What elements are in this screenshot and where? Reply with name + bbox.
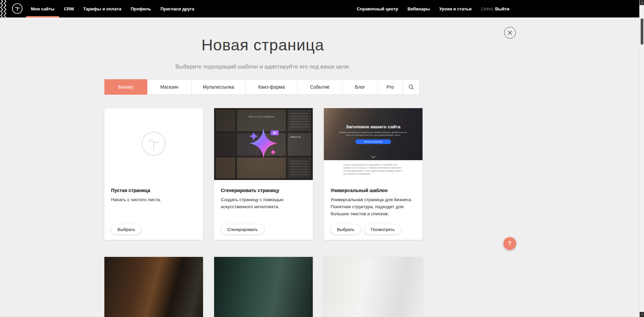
preview-body-text: Коротко представьтесь и расскажите о ком… <box>343 163 403 175</box>
user-name: (John) <box>481 6 493 11</box>
scroll-down-arrow-icon[interactable]: ▼ <box>640 312 644 317</box>
chevron-down-icon <box>371 156 376 158</box>
main-nav: Мои сайты CRM Тарифы и оплата Профиль Пр… <box>26 0 199 17</box>
preview-subheading: Добавьте интересные подробности о вашей … <box>337 131 410 136</box>
tab-quiz[interactable]: Квиз-форма <box>246 79 298 95</box>
page-subtitle: Выберите подходящий шаблон и адаптируйте… <box>0 63 526 70</box>
template-hero-preview: Заголовок вашего сайта Добавьте интересн… <box>324 108 423 160</box>
tab-multilink[interactable]: Мультиссылка <box>192 79 246 95</box>
tab-pro[interactable]: Pro <box>378 79 403 95</box>
help-button[interactable]: ? <box>503 237 516 250</box>
close-icon <box>508 31 512 35</box>
view-template-button[interactable]: Посмотреть <box>364 224 401 234</box>
nav-lessons[interactable]: Уроки и статьи <box>435 0 476 17</box>
card-template-4[interactable] <box>104 257 203 317</box>
card-template-5[interactable] <box>214 257 313 317</box>
nav-profile[interactable]: Профиль <box>126 0 156 17</box>
nav-crm[interactable]: CRM <box>59 0 79 17</box>
preview-cta-button: Призыв к действию <box>355 139 391 144</box>
select-template-button[interactable]: Выбрать <box>331 224 361 234</box>
scrollbar-thumb[interactable] <box>641 18 643 45</box>
scrollbar[interactable]: ▲ ▼ <box>639 0 644 317</box>
card-universal-template[interactable]: Заголовок вашего сайта Добавьте интересн… <box>324 108 423 240</box>
template-4-preview <box>104 257 203 317</box>
card-title: Универсальный шаблон <box>331 188 416 193</box>
card-template-6[interactable] <box>324 257 423 317</box>
nav-webinars[interactable]: Вебинары <box>403 0 435 17</box>
template-body-preview: Коротко представьтесь и расскажите о ком… <box>324 160 423 180</box>
card-description: Начать с чистого листа. <box>111 196 196 203</box>
card-title: Пустая страница <box>111 188 196 193</box>
secondary-nav: Справочный центр Вебинары Уроки и статьи… <box>352 0 514 17</box>
card-title: Сгенерировать страницу <box>221 188 306 193</box>
nav-help-center[interactable]: Справочный центр <box>352 0 403 17</box>
tilda-watermark-icon <box>141 131 166 156</box>
template-5-preview <box>214 257 313 317</box>
tab-event[interactable]: Событие <box>298 79 342 95</box>
template-grid: Пустая страница Начать с чистого листа. … <box>104 108 423 240</box>
generate-button[interactable]: Сгенерировать <box>221 224 264 234</box>
tab-business[interactable]: Бизнес <box>104 79 147 95</box>
select-blank-button[interactable]: Выбрать <box>111 224 141 234</box>
ai-badge: AI <box>270 130 279 135</box>
nav-invite-friend[interactable]: Пригласи друга <box>156 0 199 17</box>
nav-logout[interactable]: (John) Выйти <box>476 0 514 17</box>
top-navbar: Мои сайты CRM Тарифы и оплата Профиль Пр… <box>0 0 644 17</box>
scroll-up-arrow-icon[interactable]: ▲ <box>640 0 644 5</box>
template-grid-row2 <box>104 257 423 317</box>
card-blank-page[interactable]: Пустая страница Начать с чистого листа. … <box>104 108 203 240</box>
nav-tariffs[interactable]: Тарифы и оплата <box>79 0 126 17</box>
tab-shop[interactable]: Магазин <box>147 79 192 95</box>
tilda-logo-icon[interactable] <box>12 3 23 14</box>
screen: Мои сайты CRM Тарифы и оплата Профиль Пр… <box>0 0 644 317</box>
card-description: Универсальная страница для бизнеса. Поня… <box>331 196 416 218</box>
tab-search[interactable] <box>403 79 419 95</box>
tab-blog[interactable]: Блог <box>342 79 378 95</box>
card-ai-generate[interactable]: Title of Your Website About us <box>214 108 313 240</box>
page-title: Новая страница <box>0 36 526 54</box>
nav-my-sites[interactable]: Мои сайты <box>26 0 59 17</box>
template-category-tabs: Бизнес Магазин Мультиссылка Квиз-форма С… <box>104 79 419 95</box>
close-button[interactable] <box>504 27 516 39</box>
search-icon <box>408 84 414 90</box>
logout-label: Выйти <box>495 6 509 11</box>
card-description: Создать страницу с помощью искусственног… <box>221 196 306 211</box>
zigzag-decoration <box>0 0 7 17</box>
preview-heading: Заголовок вашего сайта <box>324 124 423 129</box>
template-6-preview <box>324 257 423 317</box>
